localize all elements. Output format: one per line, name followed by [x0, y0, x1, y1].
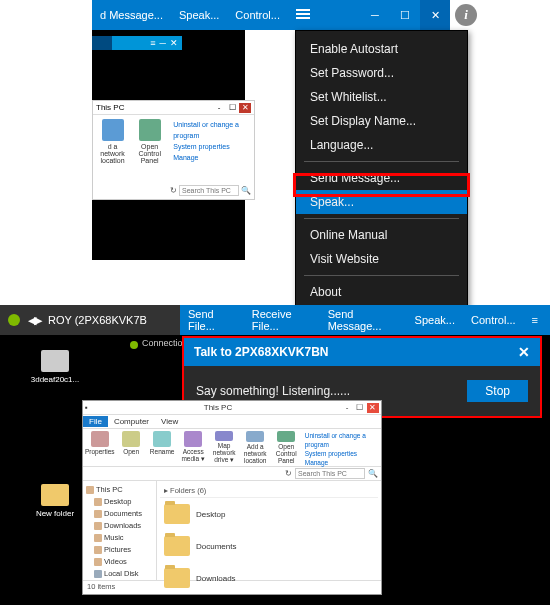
- tree-this-pc[interactable]: This PC: [86, 484, 153, 496]
- control-panel-icon: [277, 431, 295, 442]
- rename-icon: [153, 431, 171, 447]
- folder-icon: [94, 522, 102, 530]
- exp-close[interactable]: ✕: [239, 103, 251, 113]
- ribbon-open[interactable]: Open: [117, 431, 146, 464]
- refresh-icon[interactable]: ↻: [170, 186, 177, 195]
- status-dot-icon: [130, 341, 138, 349]
- ribbon-open-control-panel[interactable]: Open Control Panel: [134, 119, 165, 164]
- menu-control-2[interactable]: Control...: [463, 314, 524, 326]
- tree-desktop[interactable]: Desktop: [86, 496, 153, 508]
- menu-enable-autostart[interactable]: Enable Autostart: [296, 37, 467, 61]
- close-button[interactable]: ✕: [420, 0, 450, 30]
- ribbon-side-links: Uninstall or change a program System pro…: [173, 119, 250, 164]
- network-location-icon: [102, 119, 124, 141]
- fullscreen-arrows-icon[interactable]: ◀▶: [28, 314, 40, 327]
- folder-downloads[interactable]: Downloads: [160, 562, 378, 594]
- close-icon[interactable]: ✕: [518, 344, 530, 360]
- ribbon-properties[interactable]: Properties: [85, 431, 115, 464]
- menu-send-message-item[interactable]: Send Message...: [296, 166, 467, 190]
- mini-minimize[interactable]: ─: [160, 38, 166, 48]
- explorer-window-bottom: ▪ This PC - ☐ ✕ File Computer View Prope…: [82, 400, 382, 595]
- refresh-icon[interactable]: ↻: [285, 469, 292, 478]
- link-sysprops-2[interactable]: System properties: [305, 449, 379, 458]
- folder-documents[interactable]: Documents: [160, 530, 378, 562]
- explorer-file-list[interactable]: ▸ Folders (6) Desktop Documents Download…: [157, 481, 381, 580]
- menu-online-manual[interactable]: Online Manual: [296, 223, 467, 247]
- tree-pictures[interactable]: Pictures: [86, 544, 153, 556]
- remote-tab[interactable]: [92, 36, 112, 50]
- folder-icon: [94, 534, 102, 542]
- mini-close[interactable]: ✕: [170, 38, 178, 48]
- ribbon-map-drive[interactable]: Map network drive ▾: [210, 431, 239, 464]
- folder-icon: [164, 568, 190, 588]
- label: 3ddeaf20c1...: [31, 375, 79, 384]
- remote-desktop-icons: 3ddeaf20c1... New folder: [30, 350, 80, 568]
- menu-set-whitelist[interactable]: Set Whitelist...: [296, 85, 467, 109]
- folder-icon: [94, 498, 102, 506]
- ribbon-rename[interactable]: Rename: [148, 431, 177, 464]
- explorer-tree[interactable]: This PC Desktop Documents Downloads Musi…: [83, 481, 157, 580]
- menu-receive-file[interactable]: Receive File...: [244, 308, 320, 332]
- menu-send-file[interactable]: Send File...: [180, 308, 244, 332]
- tab-file[interactable]: File: [83, 416, 108, 427]
- explorer-addressbar[interactable]: ↻ 🔍: [83, 467, 381, 481]
- menu-speak-2[interactable]: Speak...: [407, 314, 463, 326]
- file-icon: [41, 350, 69, 372]
- search-icon[interactable]: 🔍: [368, 469, 378, 478]
- tree-music[interactable]: Music: [86, 532, 153, 544]
- maximize-button[interactable]: ☐: [390, 0, 420, 30]
- exp2-close[interactable]: ✕: [367, 403, 379, 413]
- label: d a network location: [97, 143, 128, 164]
- mini-hamburger-icon[interactable]: ≡: [150, 38, 155, 48]
- exp2-max[interactable]: ☐: [354, 403, 366, 413]
- menu-separator: [304, 275, 459, 276]
- menu-language[interactable]: Language...: [296, 133, 467, 157]
- search-input-top[interactable]: [179, 185, 239, 196]
- hamburger-icon[interactable]: [296, 7, 312, 23]
- label: New folder: [36, 509, 74, 518]
- ribbon-control-panel-2[interactable]: Open Control Panel: [272, 431, 301, 464]
- context-menu: Enable Autostart Set Password... Set Whi…: [295, 30, 468, 311]
- desktop-folder[interactable]: New folder: [30, 484, 80, 518]
- stop-button[interactable]: Stop: [467, 380, 528, 402]
- link-uninstall[interactable]: Uninstall or change a program: [173, 119, 250, 141]
- talk-dialog-title: Talk to 2PX68XKVK7BN: [194, 345, 329, 359]
- exp2-min[interactable]: -: [341, 403, 353, 413]
- menu-set-password[interactable]: Set Password...: [296, 61, 467, 85]
- menu-about[interactable]: About: [296, 280, 467, 304]
- desktop-file[interactable]: 3ddeaf20c1...: [30, 350, 80, 384]
- menu-send-message[interactable]: d Message...: [92, 9, 171, 21]
- menu-visit-website[interactable]: Visit Website: [296, 247, 467, 271]
- menu-send-message-2[interactable]: Send Message...: [320, 308, 407, 332]
- search-input-bottom[interactable]: [295, 468, 365, 479]
- exp-min[interactable]: -: [213, 103, 225, 113]
- ribbon-add-network-location[interactable]: d a network location: [97, 119, 128, 164]
- menu-speak[interactable]: Speak...: [171, 9, 227, 21]
- ribbon-add-net-loc[interactable]: Add a network location: [241, 431, 270, 464]
- tree-videos[interactable]: Videos: [86, 556, 153, 568]
- tree-documents[interactable]: Documents: [86, 508, 153, 520]
- status-dot-icon: [8, 314, 20, 326]
- exp-max[interactable]: ☐: [226, 103, 238, 113]
- menu-control[interactable]: Control...: [227, 9, 288, 21]
- folder-desktop[interactable]: Desktop: [160, 498, 378, 530]
- ribbon-access-media[interactable]: Access media ▾: [179, 431, 208, 464]
- tree-disk-c[interactable]: Local Disk (C:): [86, 568, 153, 580]
- link-uninstall-2[interactable]: Uninstall or change a program: [305, 431, 379, 449]
- link-system-properties[interactable]: System properties: [173, 141, 250, 152]
- tree-downloads[interactable]: Downloads: [86, 520, 153, 532]
- tab-computer[interactable]: Computer: [108, 416, 155, 427]
- link-manage-2[interactable]: Manage: [305, 458, 379, 467]
- menu-speak-item[interactable]: Speak...: [296, 190, 467, 214]
- search-icon[interactable]: 🔍: [241, 186, 251, 195]
- folders-header[interactable]: ▸ Folders (6): [160, 484, 378, 498]
- info-icon[interactable]: i: [455, 4, 477, 26]
- folder-icon: [41, 484, 69, 506]
- hamburger-icon[interactable]: ≡: [524, 314, 546, 326]
- link-manage[interactable]: Manage: [173, 152, 250, 163]
- menu-set-display-name[interactable]: Set Display Name...: [296, 109, 467, 133]
- tab-view[interactable]: View: [155, 416, 184, 427]
- menu-separator: [304, 218, 459, 219]
- network-location-icon: [246, 431, 264, 442]
- minimize-button[interactable]: ─: [360, 0, 390, 30]
